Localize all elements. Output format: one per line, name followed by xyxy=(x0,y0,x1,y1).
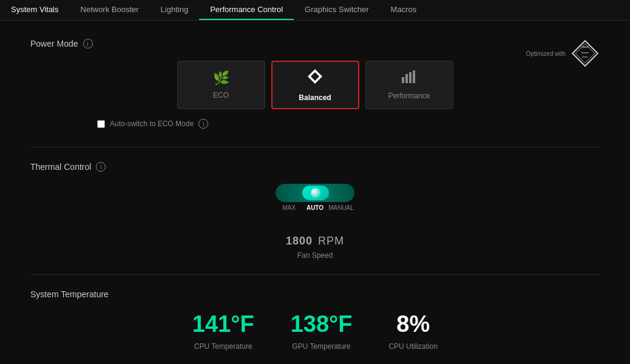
nav-item-performance-control[interactable]: Performance Control xyxy=(199,0,294,20)
thermal-toggle[interactable] xyxy=(276,184,354,202)
eco-icon: 🌿 xyxy=(213,70,229,86)
power-mode-label: Power Mode xyxy=(30,39,78,49)
performance-icon xyxy=(401,70,417,87)
main-content: Power Mode i Optimized with OMEN Dynamic… xyxy=(0,21,630,364)
system-temp-title: System Temperature xyxy=(30,289,600,299)
balanced-label: Balanced xyxy=(299,93,331,102)
toggle-auto-label: AUTO xyxy=(302,204,328,211)
cpu-temp-value: 141°F xyxy=(192,311,254,337)
thermal-info-icon[interactable]: i xyxy=(96,162,106,172)
thermal-section: Thermal Control i MAX AUTO MANUAL xyxy=(30,162,600,260)
nav-item-system-vitals[interactable]: System Vitals xyxy=(0,0,70,20)
auto-switch-label: Auto-switch to ECO Mode xyxy=(110,120,194,128)
toggle-max-label: MAX xyxy=(276,204,302,211)
performance-card[interactable]: Performance xyxy=(365,61,453,109)
cpu-util-label: CPU Utilization xyxy=(388,342,438,351)
gpu-temp-label: GPU Temperature xyxy=(292,342,351,351)
nav-item-graphics-switcher[interactable]: Graphics Switcher xyxy=(294,0,379,20)
thermal-title: Thermal Control i xyxy=(30,162,600,172)
svg-rect-8 xyxy=(405,74,408,83)
svg-rect-9 xyxy=(409,72,412,83)
auto-switch-checkbox[interactable] xyxy=(97,120,105,128)
fan-speed-wrap: 1800 RPM Fan Speed xyxy=(30,229,600,260)
svg-text:Power: Power xyxy=(582,56,588,58)
power-mode-section: Power Mode i Optimized with OMEN Dynamic… xyxy=(30,39,600,129)
nav-item-lighting[interactable]: Lighting xyxy=(150,0,200,20)
omen-badge-text: Optimized with xyxy=(526,50,566,57)
temp-cards: 141°F CPU Temperature 138°F GPU Temperat… xyxy=(30,311,600,351)
toggle-labels: MAX AUTO MANUAL xyxy=(276,204,354,211)
balanced-icon xyxy=(307,68,323,89)
system-temp-label: System Temperature xyxy=(30,289,109,299)
omen-badge: Optimized with OMEN Dynamic Power xyxy=(526,39,600,68)
nav-bar: System VitalsNetwork BoosterLightingPerf… xyxy=(0,0,630,21)
power-mode-cards: 🌿 ECO Balanced xyxy=(30,61,600,109)
svg-rect-7 xyxy=(402,77,404,83)
divider-1 xyxy=(30,147,600,147)
balanced-card[interactable]: Balanced xyxy=(271,61,359,109)
performance-label: Performance xyxy=(388,92,430,100)
power-mode-info-icon[interactable]: i xyxy=(83,39,93,49)
nav-item-macros[interactable]: Macros xyxy=(380,0,428,20)
fan-speed-unit: RPM xyxy=(318,235,344,247)
svg-rect-10 xyxy=(413,70,415,83)
system-temperature-section: System Temperature 141°F CPU Temperature… xyxy=(30,289,600,351)
fan-speed-label: Fan Speed xyxy=(297,251,333,260)
divider-2 xyxy=(30,274,600,275)
eco-card[interactable]: 🌿 ECO xyxy=(177,61,265,109)
cpu-temp-card: 141°F CPU Temperature xyxy=(192,311,254,351)
toggle-manual-label: MANUAL xyxy=(328,204,354,211)
gpu-temp-card: 138°F GPU Temperature xyxy=(291,311,353,351)
eco-label: ECO xyxy=(213,91,229,99)
fan-speed-value: 1800 RPM xyxy=(286,229,344,249)
svg-text:OMEN: OMEN xyxy=(581,46,589,49)
nav-item-network-booster[interactable]: Network Booster xyxy=(70,0,150,20)
auto-switch-info-icon[interactable]: i xyxy=(198,119,208,129)
power-mode-title: Power Mode i xyxy=(30,39,600,49)
thermal-toggle-wrap: MAX AUTO MANUAL xyxy=(30,184,600,211)
auto-switch-row: Auto-switch to ECO Mode i xyxy=(97,119,600,129)
cpu-util-card: 8% CPU Utilization xyxy=(388,311,438,351)
thermal-label: Thermal Control xyxy=(30,162,91,172)
gpu-temp-value: 138°F xyxy=(291,311,353,337)
toggle-thumb xyxy=(302,186,329,200)
omen-logo: OMEN Dynamic Power xyxy=(571,39,600,68)
toggle-dot xyxy=(311,188,320,198)
cpu-temp-label: CPU Temperature xyxy=(194,342,252,351)
svg-text:Dynamic: Dynamic xyxy=(581,52,589,54)
cpu-util-value: 8% xyxy=(396,311,430,337)
